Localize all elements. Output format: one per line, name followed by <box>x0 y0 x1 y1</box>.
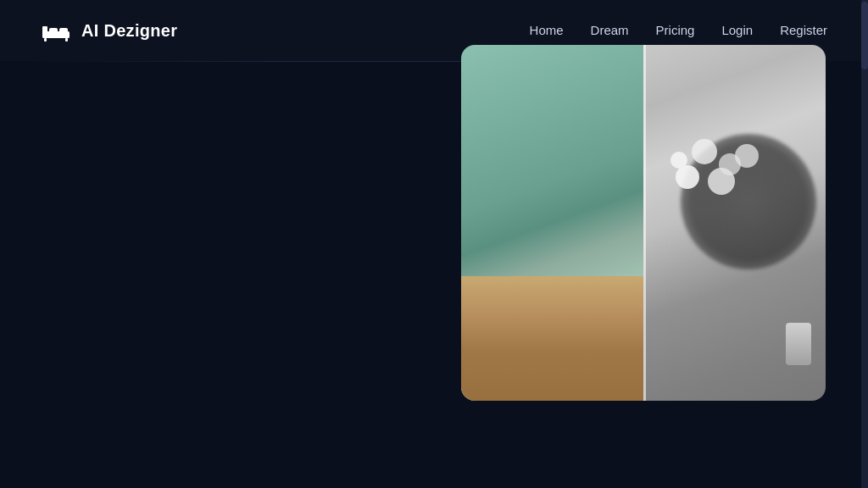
nav-item-dream[interactable]: Dream <box>591 23 629 38</box>
nav-link-register[interactable]: Register <box>780 23 827 37</box>
nav-link-login[interactable]: Login <box>721 23 753 37</box>
nav-item-login[interactable]: Login <box>721 23 753 38</box>
scrollbar-thumb[interactable] <box>861 2 868 69</box>
hero-image <box>461 45 826 401</box>
nav-links: Home Dream Pricing Login Register <box>530 23 827 38</box>
bed-icon <box>41 19 71 42</box>
hero-image-before <box>461 45 643 401</box>
nav-item-home[interactable]: Home <box>530 23 564 38</box>
image-split-divider <box>643 45 646 401</box>
nav-link-pricing[interactable]: Pricing <box>656 23 695 37</box>
svg-rect-3 <box>59 28 68 33</box>
light-fixture <box>786 323 811 365</box>
svg-rect-4 <box>44 38 47 42</box>
nav-link-home[interactable]: Home <box>530 23 564 37</box>
brand-logo[interactable]: AI Dezigner <box>41 19 177 42</box>
nav-link-dream[interactable]: Dream <box>591 23 629 37</box>
brand-name: AI Dezigner <box>81 21 177 41</box>
svg-rect-2 <box>49 28 58 33</box>
main-content <box>0 62 868 488</box>
hero-image-after <box>643 45 826 401</box>
svg-rect-1 <box>42 26 47 33</box>
nav-item-pricing[interactable]: Pricing <box>656 23 695 38</box>
scrollbar-track[interactable] <box>861 0 868 488</box>
nav-item-register[interactable]: Register <box>780 23 827 38</box>
svg-rect-5 <box>65 38 68 42</box>
